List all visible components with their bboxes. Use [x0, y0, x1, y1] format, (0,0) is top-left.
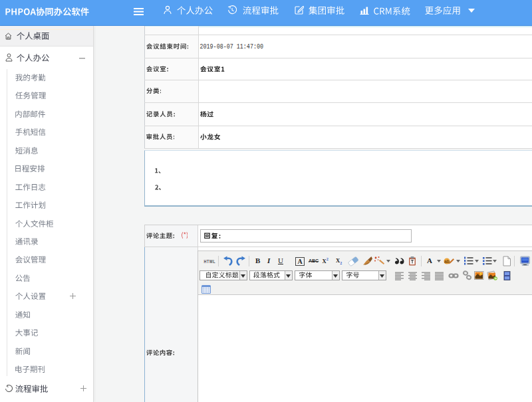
svg-text:ab: ab	[444, 259, 450, 264]
